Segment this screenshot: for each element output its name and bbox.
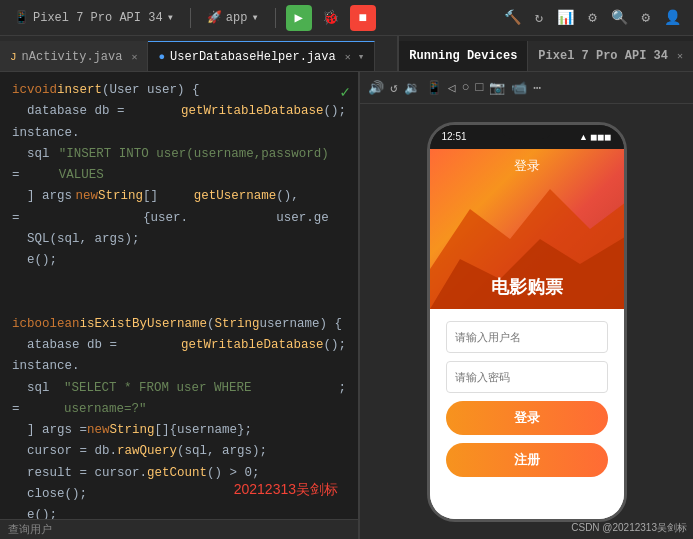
close-icon[interactable]: ✕ (131, 51, 137, 63)
bottom-text: 查询用户 (8, 522, 52, 537)
login-title: 登录 (430, 157, 624, 175)
stop-button[interactable]: ■ (350, 5, 376, 31)
profile-icon[interactable]: 📊 (553, 7, 578, 28)
code-line-11: sql = "SELECT * FROM user WHERE username… (12, 378, 346, 421)
running-devices-label: Running Devices (409, 49, 517, 63)
code-line-8 (12, 293, 346, 314)
login-button[interactable]: 登录 (446, 401, 608, 435)
build-icon[interactable]: 🔨 (500, 7, 525, 28)
code-watermark: 20212313吴剑标 (234, 481, 338, 499)
more-icon[interactable]: ▾ (358, 50, 365, 63)
phone-battery: ▲ ◼◼◼ (579, 132, 611, 142)
code-line-1: ic void insert (User user) { (12, 80, 346, 101)
close-icon3[interactable]: ✕ (677, 50, 683, 62)
phone-mockup: 12:51 ▲ ◼◼◼ (427, 122, 627, 522)
run-button[interactable]: ▶ (286, 5, 312, 31)
device-label: Pixel 7 Pro API 34 (33, 11, 163, 25)
square-icon[interactable]: □ (475, 80, 483, 95)
run-icon: ▶ (294, 9, 302, 26)
device-toolbar: 🔊 ↺ 🔉 📱 ◁ ○ □ 📷 📹 ⋯ (360, 72, 693, 104)
java-icon2: ● (158, 51, 165, 63)
code-line-9: ic boolean isExistByUsername ( String us… (12, 314, 346, 335)
pixel-label: Pixel 7 Pro API 34 (538, 49, 668, 63)
vol-down-icon[interactable]: 🔉 (404, 80, 420, 96)
device-panel: 🔊 ↺ 🔉 📱 ◁ ○ □ 📷 📹 ⋯ 12:51 ▲ ◼◼◼ (358, 72, 693, 539)
phone-notch (502, 125, 552, 139)
more-icon2[interactable]: ⋯ (533, 80, 541, 96)
sync-icon[interactable]: ↻ (531, 7, 547, 28)
movie-title: 电影购票 (430, 275, 624, 299)
separator2 (275, 8, 276, 28)
code-line-2: database db = instance. getWritableDatab… (12, 101, 346, 144)
top-toolbar: 📱 Pixel 7 Pro API 34 ▾ 🚀 app ▾ ▶ 🐞 ■ 🔨 ↻… (0, 0, 693, 36)
search-icon[interactable]: 🔍 (607, 7, 632, 28)
separator (190, 8, 191, 28)
username-input[interactable] (446, 321, 608, 353)
app-selector[interactable]: 🚀 app ▾ (201, 8, 265, 27)
gear-icon[interactable]: ⚙ (638, 7, 654, 28)
code-line-13: cursor = db. rawQuery (sql, args); (12, 441, 346, 462)
device-icon: 📱 (14, 10, 29, 25)
close-icon2[interactable]: ✕ (345, 51, 351, 63)
code-line-7 (12, 271, 346, 292)
video-icon[interactable]: 📹 (511, 80, 527, 96)
check-mark: ✓ (340, 82, 350, 102)
code-line-4: ] args = new String []{user. getUsername… (12, 186, 346, 229)
left-tabs: J nActivity.java ✕ ● UserDatabaseHelper.… (0, 36, 397, 71)
code-line-6: e(); (12, 250, 346, 271)
code-line-10: atabase db = instance. getWritableDataba… (12, 335, 346, 378)
stop-icon: ■ (359, 10, 367, 26)
volume-icon[interactable]: 🔊 (368, 80, 384, 96)
tab-running-devices[interactable]: Running Devices (399, 41, 527, 71)
phone-content: 登录 电影购票 登录 注册 (430, 149, 624, 519)
home-icon[interactable]: ○ (462, 80, 470, 95)
tab-nactivity-label: nActivity.java (22, 50, 123, 64)
code-line-12: ] args = new String []{username}; (12, 420, 346, 441)
password-input[interactable] (446, 361, 608, 393)
account-icon[interactable]: 👤 (660, 7, 685, 28)
code-panel: ✓ ic void insert (User user) { database … (0, 72, 358, 539)
code-line-3: sql = "INSERT INTO user(username,passwor… (12, 144, 346, 187)
code-line-5: SQL(sql, args); (12, 229, 346, 250)
app-icon: 🚀 (207, 10, 222, 25)
java-icon: J (10, 51, 17, 63)
tab-userdbhelper[interactable]: ● UserDatabaseHelper.java ✕ ▾ (148, 41, 375, 71)
app-form: 登录 注册 (430, 309, 624, 519)
device-selector[interactable]: 📱 Pixel 7 Pro API 34 ▾ (8, 8, 180, 27)
camera-icon[interactable]: 📷 (489, 80, 505, 96)
rotate-icon[interactable]: ↺ (390, 80, 398, 96)
chevron-down-icon2: ▾ (251, 10, 258, 25)
app-header: 登录 电影购票 (430, 149, 624, 309)
tab-pixel[interactable]: Pixel 7 Pro API 34 ✕ (527, 41, 693, 71)
bug-icon: 🐞 (322, 9, 339, 26)
device-screen-area: 12:51 ▲ ◼◼◼ (360, 104, 693, 539)
tabs-bar: J nActivity.java ✕ ● UserDatabaseHelper.… (0, 36, 693, 72)
phone-time: 12:51 (442, 131, 467, 142)
chevron-down-icon: ▾ (167, 10, 174, 25)
app-label: app (226, 11, 248, 25)
settings-icon[interactable]: ⚙ (584, 7, 600, 28)
app-background: 登录 电影购票 (430, 149, 624, 309)
tab-userdbhelper-label: UserDatabaseHelper.java (170, 50, 336, 64)
register-button[interactable]: 注册 (446, 443, 608, 477)
debug-button[interactable]: 🐞 (318, 5, 344, 31)
code-content: ic void insert (User user) { database db… (0, 80, 358, 539)
tab-nactivity[interactable]: J nActivity.java ✕ (0, 41, 148, 71)
bottom-bar: 查询用户 (0, 519, 358, 539)
right-tabs: Running Devices Pixel 7 Pro API 34 ✕ (397, 36, 693, 71)
main-content: ✓ ic void insert (User user) { database … (0, 72, 693, 539)
back-icon[interactable]: ◁ (448, 80, 456, 96)
csdn-watermark: CSDN @20212313吴剑标 (571, 521, 687, 535)
tablet-icon[interactable]: 📱 (426, 80, 442, 96)
